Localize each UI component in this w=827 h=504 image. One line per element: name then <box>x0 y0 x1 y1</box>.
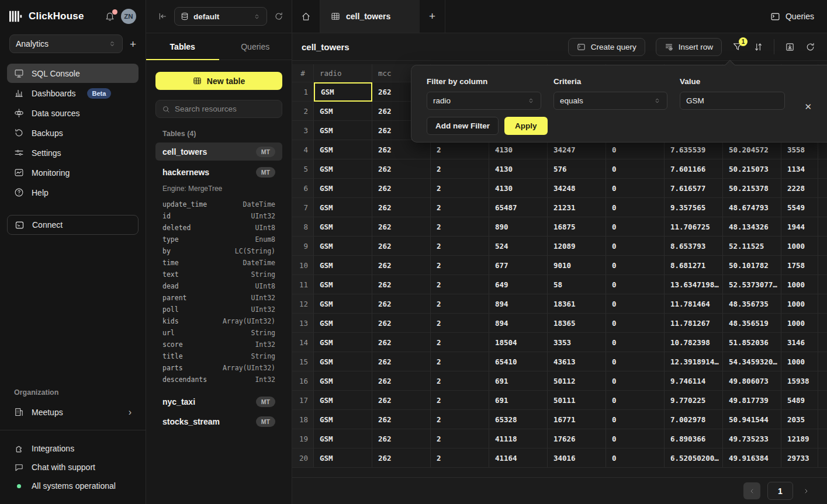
data-cell[interactable]: 2228 <box>781 179 818 198</box>
data-cell[interactable]: 1000 <box>781 275 818 294</box>
data-cell[interactable]: 49.735233 <box>723 429 781 449</box>
filter-criteria-select[interactable]: equals <box>553 92 667 110</box>
data-cell[interactable]: 1000 <box>781 237 818 256</box>
data-cell[interactable]: 262 <box>372 159 431 179</box>
data-cell[interactable]: 2 <box>431 333 489 352</box>
data-cell[interactable]: 262 <box>372 352 431 371</box>
new-tab-button[interactable]: + <box>420 0 445 33</box>
data-cell[interactable]: GSM <box>314 159 372 179</box>
data-cell[interactable]: 58 <box>548 275 606 294</box>
data-cell[interactable]: 649 <box>489 275 548 294</box>
data-cell[interactable]: 262 <box>372 275 431 294</box>
data-cell[interactable]: 18365 <box>548 314 606 333</box>
data-cell[interactable]: 2 <box>431 449 489 468</box>
data-cell[interactable]: 65328 <box>489 410 548 429</box>
data-cell[interactable]: 2 <box>431 429 489 449</box>
data-cell[interactable] <box>818 294 827 314</box>
database-select[interactable]: default <box>174 7 267 26</box>
data-cell[interactable] <box>818 410 827 429</box>
data-cell[interactable]: 1000 <box>781 352 818 371</box>
data-cell[interactable]: 41118 <box>489 429 548 449</box>
data-cell[interactable]: 48.356519 <box>723 314 781 333</box>
data-cell[interactable]: 52.5373077… <box>723 275 781 294</box>
sidebar-item-integrations[interactable]: Integrations <box>7 440 139 457</box>
data-cell[interactable]: 2 <box>431 256 489 275</box>
data-cell[interactable]: 48.134326 <box>723 217 781 237</box>
data-cell[interactable] <box>818 449 827 468</box>
data-cell[interactable]: 1758 <box>781 256 818 275</box>
data-cell[interactable]: 576 <box>548 159 606 179</box>
data-cell[interactable]: 48.356735 <box>723 294 781 314</box>
data-cell[interactable] <box>818 352 827 371</box>
data-cell[interactable]: 29733 <box>781 449 818 468</box>
data-cell[interactable]: GSM <box>314 102 372 121</box>
data-cell[interactable]: 48.674793 <box>723 198 781 217</box>
data-cell[interactable]: 50.215378 <box>723 179 781 198</box>
tab-cell-towers[interactable]: cell_towers <box>320 0 420 33</box>
data-cell[interactable]: GSM <box>314 410 372 429</box>
collapse-panel-icon[interactable] <box>158 12 167 21</box>
pagination-prev-button[interactable] <box>743 482 760 499</box>
data-cell[interactable]: 2 <box>431 198 489 217</box>
tab-queries[interactable]: Queries <box>219 33 292 60</box>
data-cell[interactable]: 65487 <box>489 198 548 217</box>
search-input[interactable] <box>175 105 276 113</box>
data-cell[interactable]: 2 <box>431 237 489 256</box>
table-list-item-nyc-taxi[interactable]: nyc_taxi MT <box>155 392 282 411</box>
data-cell[interactable]: 0 <box>606 314 665 333</box>
data-cell[interactable]: 2 <box>431 217 489 237</box>
data-cell[interactable]: 262 <box>372 371 431 391</box>
create-query-button[interactable]: Create query <box>568 38 645 56</box>
data-cell[interactable]: 34247 <box>548 140 606 159</box>
data-cell[interactable]: 49.817739 <box>723 391 781 410</box>
data-cell[interactable] <box>818 159 827 179</box>
data-cell[interactable]: 0 <box>606 159 665 179</box>
data-cell[interactable]: GSM <box>314 82 372 102</box>
data-cell[interactable]: 49.916384 <box>723 449 781 468</box>
data-cell[interactable]: GSM <box>314 140 372 159</box>
data-cell[interactable]: 262 <box>372 294 431 314</box>
data-cell[interactable]: GSM <box>314 237 372 256</box>
data-cell[interactable]: 8.681271 <box>665 256 723 275</box>
data-cell[interactable]: 262 <box>372 256 431 275</box>
data-cell[interactable]: GSM <box>314 371 372 391</box>
data-cell[interactable]: 5549 <box>781 198 818 217</box>
insert-row-button[interactable]: Insert row <box>656 38 722 56</box>
data-cell[interactable]: 262 <box>372 217 431 237</box>
data-cell[interactable]: 52.11525 <box>723 237 781 256</box>
filter-icon[interactable]: 1 <box>732 41 743 52</box>
data-cell[interactable] <box>818 333 827 352</box>
add-new-filter-button[interactable]: Add new Filter <box>427 117 499 135</box>
filter-column-select[interactable]: radio <box>427 92 541 110</box>
data-cell[interactable]: 1944 <box>781 217 818 237</box>
data-cell[interactable]: 9.746114 <box>665 371 723 391</box>
data-cell[interactable]: 2 <box>431 140 489 159</box>
data-cell[interactable]: 0 <box>606 294 665 314</box>
data-cell[interactable]: 18504 <box>489 333 548 352</box>
header-cell[interactable]: # <box>292 64 314 82</box>
add-workspace-button[interactable]: + <box>130 39 136 50</box>
data-cell[interactable]: 1000 <box>781 294 818 314</box>
data-cell[interactable] <box>818 217 827 237</box>
table-list-item-hackernews[interactable]: hackernews MT <box>155 163 282 181</box>
sidebar-item-sql-console[interactable]: SQL Console <box>7 64 139 83</box>
data-cell[interactable]: GSM <box>314 275 372 294</box>
data-cell[interactable]: 21231 <box>548 198 606 217</box>
filter-remove-icon[interactable]: ✕ <box>804 102 812 112</box>
data-cell[interactable]: 262 <box>372 391 431 410</box>
data-cell[interactable]: 0 <box>606 391 665 410</box>
workspace-select[interactable]: Analytics <box>9 34 123 53</box>
data-cell[interactable]: GSM <box>314 256 372 275</box>
data-cell[interactable]: GSM <box>314 217 372 237</box>
data-cell[interactable] <box>818 198 827 217</box>
sort-icon[interactable] <box>753 42 763 52</box>
data-cell[interactable] <box>818 391 827 410</box>
data-cell[interactable]: 0 <box>606 217 665 237</box>
data-cell[interactable]: 262 <box>372 314 431 333</box>
data-cell[interactable]: 9.357565 <box>665 198 723 217</box>
data-cell[interactable]: 262 <box>372 429 431 449</box>
data-cell[interactable]: 4130 <box>489 159 548 179</box>
data-cell[interactable]: 2 <box>431 352 489 371</box>
data-cell[interactable]: 0 <box>606 198 665 217</box>
header-cell[interactable]: radio <box>314 64 372 82</box>
